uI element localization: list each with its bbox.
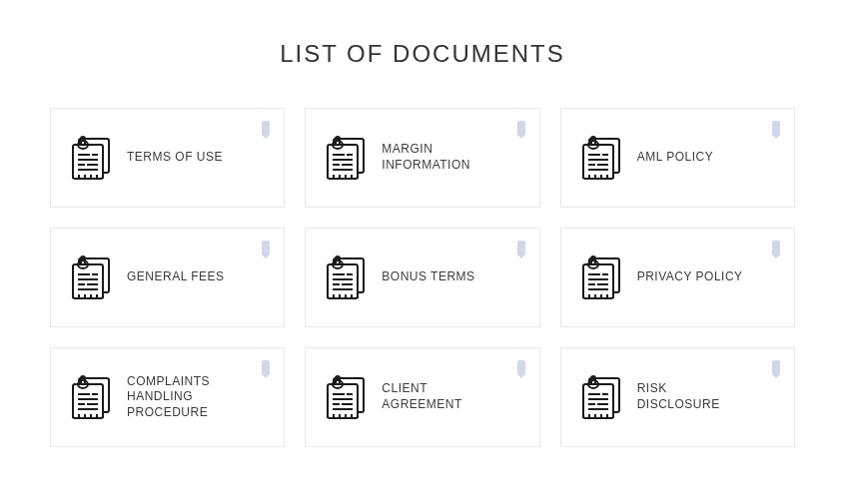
document-stack-icon (324, 254, 368, 300)
document-label: GENERAL FEES (127, 269, 225, 285)
bookmark-icon (517, 241, 525, 254)
document-card[interactable]: COMPLAINTS HANDLING PROCEDURE (50, 347, 285, 447)
bookmark-icon (262, 241, 270, 254)
document-grid: TERMS OF USE MARGIN INFORMATION AML POLI… (50, 108, 795, 447)
document-card[interactable]: PRIVACY POLICY (560, 228, 795, 327)
document-card[interactable]: RISK DISCLOSURE (560, 347, 795, 447)
document-stack-icon (69, 254, 113, 300)
bookmark-icon (262, 121, 270, 135)
bookmark-icon (517, 360, 525, 374)
bookmark-icon (772, 241, 780, 254)
document-label: MARGIN INFORMATION (382, 142, 491, 173)
document-label: TERMS OF USE (127, 150, 223, 166)
document-label: RISK DISCLOSURE (637, 381, 747, 412)
document-label: BONUS TERMS (382, 269, 474, 285)
document-stack-icon (324, 135, 368, 181)
document-stack-icon (579, 374, 623, 420)
document-stack-icon (69, 374, 113, 420)
bookmark-icon (772, 121, 780, 135)
document-stack-icon (579, 135, 623, 181)
document-card[interactable]: BONUS TERMS (305, 228, 539, 327)
document-card[interactable]: TERMS OF USE (50, 108, 285, 208)
document-label: AML POLICY (637, 150, 714, 166)
document-stack-icon (579, 254, 623, 300)
bookmark-icon (772, 360, 780, 374)
document-stack-icon (324, 374, 368, 420)
bookmark-icon (517, 121, 525, 135)
document-card[interactable]: MARGIN INFORMATION (305, 108, 539, 208)
document-label: CLIENT AGREEMENT (382, 381, 491, 412)
document-card[interactable]: AML POLICY (560, 108, 795, 208)
document-stack-icon (69, 135, 113, 181)
document-card[interactable]: CLIENT AGREEMENT (305, 347, 539, 447)
document-label: PRIVACY POLICY (637, 269, 743, 285)
bookmark-icon (262, 360, 270, 374)
document-label: COMPLAINTS HANDLING PROCEDURE (127, 374, 237, 421)
document-card[interactable]: GENERAL FEES (50, 228, 285, 327)
page-title: LIST OF DOCUMENTS (50, 40, 795, 68)
